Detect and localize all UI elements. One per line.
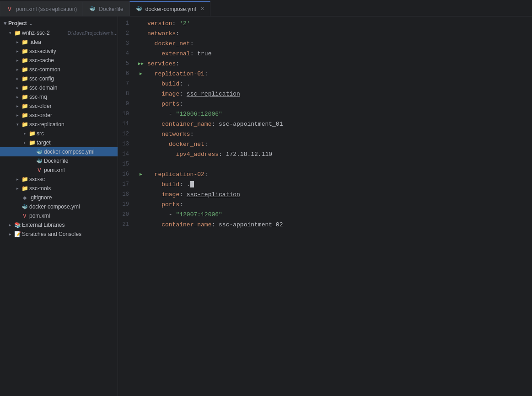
line-num-11: 11 bbox=[118, 121, 136, 127]
sidebar-item-gitignore[interactable]: ◆ .gitignore bbox=[0, 193, 118, 202]
line-content-2: networks: bbox=[145, 30, 528, 37]
gutter-6[interactable]: ▶ bbox=[136, 71, 145, 76]
gitignore-icon: ◆ bbox=[21, 194, 28, 201]
sidebar-item-ssc-domain[interactable]: 📁 ssc-domain bbox=[0, 83, 118, 92]
project-header[interactable]: ▾ Project ⌄ bbox=[0, 18, 118, 28]
sidebar-item-ssc-order[interactable]: 📁 ssc-order bbox=[0, 111, 118, 120]
target-expand bbox=[22, 140, 27, 145]
src-icon: 📁 bbox=[28, 130, 36, 137]
sidebar-item-scratches[interactable]: 📝 Scratches and Consoles bbox=[0, 230, 118, 239]
pom-root-label: pom.xml bbox=[29, 213, 118, 219]
sidebar-item-pom[interactable]: V pom.xml bbox=[0, 166, 118, 175]
ssc-common-label: ssc-common bbox=[29, 66, 118, 73]
code-line-8: 8 image: ssc-replication bbox=[118, 89, 532, 99]
line-content-1: version: '2' bbox=[145, 20, 528, 27]
main-layout: ▾ Project ⌄ 📁 wnhz-ssc-2 D:\JavaProjects… bbox=[0, 16, 532, 396]
line-num-9: 9 bbox=[118, 101, 136, 107]
root-path: D:\JavaProjects\wnh... bbox=[68, 30, 118, 36]
dockerfile-expand bbox=[29, 158, 35, 164]
editor[interactable]: 1 version: '2' 2 networks: 3 docker_net:… bbox=[118, 16, 532, 396]
sidebar-item-target[interactable]: 📁 target bbox=[0, 138, 118, 147]
scratches-icon: 📝 bbox=[14, 230, 21, 238]
fold-arrow-6[interactable]: ▶ bbox=[140, 71, 142, 76]
dockerfile-label: Dockerfile bbox=[44, 158, 118, 164]
ssc-common-icon: 📁 bbox=[21, 66, 28, 73]
project-dropdown-icon: ⌄ bbox=[29, 21, 32, 26]
sidebar-item-docker-compose-root[interactable]: 🐳 docker-compose.yml bbox=[0, 202, 118, 211]
ssc-cache-label: ssc-cache bbox=[29, 57, 118, 64]
line-num-3: 3 bbox=[118, 40, 136, 47]
ssc-activity-expand bbox=[15, 48, 20, 54]
sidebar-item-ssc-activity[interactable]: 📁 ssc-activity bbox=[0, 47, 118, 56]
code-line-19: 19 ports: bbox=[118, 199, 532, 209]
sidebar-item-dockerfile[interactable]: 🐳 Dockerfile bbox=[0, 156, 118, 166]
code-line-7: 7 build: . bbox=[118, 79, 532, 89]
root-expand-icon bbox=[7, 30, 13, 36]
sidebar-item-external-libs[interactable]: 📚 External Libraries bbox=[0, 220, 118, 230]
ssc-config-expand bbox=[15, 76, 20, 81]
fold-arrow-5[interactable]: ▶▶ bbox=[138, 61, 144, 66]
fold-arrow-16[interactable]: ▶ bbox=[140, 171, 142, 177]
root-label: wnhz-ssc-2 bbox=[22, 30, 65, 36]
code-line-15: 15 bbox=[118, 159, 532, 169]
code-line-4: 4 external: true bbox=[118, 48, 532, 59]
line-content-8: image: ssc-replication bbox=[145, 91, 528, 97]
sidebar-item-ssc-older[interactable]: 📁 ssc-older bbox=[0, 102, 118, 111]
sidebar-item-ssc-mq[interactable]: 📁 ssc-mq bbox=[0, 92, 118, 102]
docker-compose-root-icon: 🐳 bbox=[21, 203, 28, 210]
ext-libs-label: External Libraries bbox=[22, 222, 118, 228]
tab-dockerfile[interactable]: 🐳 Dockerfile bbox=[83, 1, 129, 16]
ssc-replication-expand bbox=[15, 122, 20, 127]
sidebar-item-ssc-cache[interactable]: 📁 ssc-cache bbox=[0, 56, 118, 65]
ssc-replication-icon: 📁 bbox=[21, 121, 28, 128]
tab-pom[interactable]: V pom.xml (ssc-replication) bbox=[0, 1, 83, 16]
docker-compose-root-expand bbox=[15, 204, 20, 209]
ssc-mq-expand bbox=[15, 94, 20, 100]
ssc-order-label: ssc-order bbox=[29, 112, 118, 118]
line-content-3: docker_net: bbox=[145, 40, 528, 47]
tab-compose[interactable]: 🐳 docker-compose.yml ✕ bbox=[129, 1, 211, 16]
ssc-older-icon: 📁 bbox=[21, 102, 28, 110]
docker-compose-file-icon: 🐳 bbox=[36, 148, 43, 155]
sidebar-item-ssc-config[interactable]: 📁 ssc-config bbox=[0, 74, 118, 83]
ext-libs-expand bbox=[7, 222, 13, 228]
sidebar-item-ssc-replication[interactable]: 📁 ssc-replication bbox=[0, 120, 118, 129]
tab-bar: V pom.xml (ssc-replication) 🐳 Dockerfile… bbox=[0, 0, 532, 16]
tab-compose-label: docker-compose.yml bbox=[145, 6, 196, 12]
gutter-5[interactable]: ▶▶ bbox=[136, 61, 145, 66]
gutter-16[interactable]: ▶ bbox=[136, 171, 145, 177]
sidebar-item-idea[interactable]: 📁 .idea bbox=[0, 37, 118, 47]
gitignore-label: .gitignore bbox=[29, 194, 118, 201]
ssc-domain-label: ssc-domain bbox=[29, 85, 118, 91]
sidebar-item-ssc-sc[interactable]: 📁 ssc-sc bbox=[0, 175, 118, 184]
ssc-tools-icon: 📁 bbox=[21, 185, 28, 192]
line-num-14: 14 bbox=[118, 151, 136, 157]
line-content-12: networks: bbox=[145, 131, 528, 138]
tab-compose-close[interactable]: ✕ bbox=[200, 6, 204, 12]
line-content-5: services: bbox=[145, 60, 528, 67]
line-content-6: replication-01: bbox=[145, 70, 528, 77]
sidebar-item-src[interactable]: 📁 src bbox=[0, 129, 118, 138]
tab-dockerfile-label: Dockerfile bbox=[99, 6, 123, 12]
dockerfile-icon: 🐳 bbox=[89, 5, 96, 13]
line-num-17: 17 bbox=[118, 181, 136, 187]
line-num-4: 4 bbox=[118, 50, 136, 57]
root-folder-icon: 📁 bbox=[14, 29, 21, 37]
sidebar-item-docker-compose[interactable]: 🐳 docker-compose.yml bbox=[0, 147, 118, 156]
line-num-2: 2 bbox=[118, 30, 136, 37]
src-expand bbox=[22, 131, 27, 136]
code-line-9: 9 ports: bbox=[118, 99, 532, 109]
code-line-1: 1 version: '2' bbox=[118, 18, 532, 28]
sidebar-item-ssc-tools[interactable]: 📁 ssc-tools bbox=[0, 184, 118, 193]
line-content-15 bbox=[145, 161, 528, 168]
line-content-7: build: . bbox=[145, 80, 528, 87]
tree-root[interactable]: 📁 wnhz-ssc-2 D:\JavaProjects\wnh... bbox=[0, 28, 118, 37]
line-content-20: - "12007:12006" bbox=[145, 211, 528, 218]
ssc-tools-expand bbox=[15, 186, 20, 191]
idea-label: .idea bbox=[29, 39, 118, 45]
line-num-13: 13 bbox=[118, 141, 136, 147]
sidebar-item-ssc-common[interactable]: 📁 ssc-common bbox=[0, 65, 118, 74]
sidebar-item-pom-root[interactable]: V pom.xml bbox=[0, 211, 118, 220]
line-num-21: 21 bbox=[118, 221, 136, 228]
ext-libs-icon: 📚 bbox=[14, 221, 21, 229]
